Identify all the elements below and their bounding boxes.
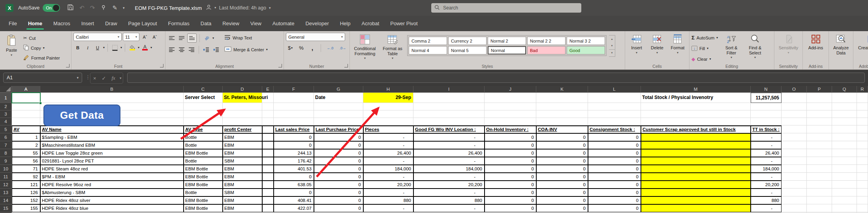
analyze-data-button[interactable]: Analyze Data (831, 33, 851, 55)
cell-M3[interactable] (641, 110, 751, 118)
cell-D5[interactable]: profit Center (223, 125, 262, 133)
column-header-B[interactable]: B (40, 86, 184, 93)
font-name-select[interactable]: Calibri ▾ (73, 33, 122, 41)
cell-O15[interactable] (782, 204, 807, 212)
cell-H7[interactable]: - (363, 141, 413, 149)
draw-icon[interactable]: ✎ (112, 4, 117, 11)
cell-P9[interactable] (807, 157, 832, 165)
column-header-E[interactable]: E (262, 86, 274, 93)
cell-F13[interactable]: 0 (274, 189, 314, 196)
cell-G6[interactable]: 0 (314, 133, 363, 141)
cell-K11[interactable]: 0 (536, 173, 588, 181)
cell-H9[interactable]: - (363, 157, 413, 165)
cell-G2[interactable] (314, 103, 363, 110)
cell-C10[interactable]: EBM Bottle (184, 165, 223, 173)
menu-tab-macros[interactable]: Macros (48, 16, 76, 31)
cell-M7[interactable] (641, 141, 751, 149)
column-header-I[interactable]: I (413, 86, 485, 93)
cell-B11[interactable]: $PM - EBM (40, 173, 184, 181)
insert-function-icon[interactable]: fx (109, 75, 118, 81)
cell-C6[interactable]: Bottle (184, 133, 223, 141)
row-header-15[interactable]: 15 (0, 204, 12, 212)
column-header-Q[interactable]: Q (832, 86, 857, 93)
cell-K10[interactable]: 0 (536, 165, 588, 173)
conditional-formatting-button[interactable]: Conditional Formatting ▾ (352, 33, 378, 60)
cell-I7[interactable]: - (413, 141, 485, 149)
cell-M15[interactable] (641, 204, 751, 212)
borders-button[interactable] (111, 43, 119, 52)
cell-C14[interactable]: EBM Bottle (184, 196, 223, 204)
menu-tab-view[interactable]: View (245, 16, 267, 31)
format-as-table-button[interactable]: Format as Table ▾ (380, 33, 405, 60)
cell-style-normal-5[interactable]: Normal 5 (448, 46, 487, 54)
cell-G1[interactable]: Date (314, 93, 363, 103)
cell-J8[interactable]: 0 (485, 149, 536, 157)
increase-indent-button[interactable] (212, 45, 220, 54)
accounting-format-button[interactable]: $ ▾ (286, 44, 295, 52)
column-header-N[interactable]: N (751, 86, 782, 93)
cell-M11[interactable] (641, 173, 751, 181)
cell-D8[interactable]: EBM (223, 149, 262, 157)
delete-cells-button[interactable]: Delete ▾ (648, 33, 667, 54)
cell-K3[interactable] (536, 110, 588, 118)
row-header-2[interactable]: 2 (0, 103, 12, 110)
cell-I4[interactable] (413, 118, 485, 125)
cell-I13[interactable]: - (413, 189, 485, 196)
cell-P3[interactable] (807, 110, 832, 118)
redo-icon[interactable]: ↷ (90, 4, 95, 11)
cell-R10[interactable] (857, 165, 868, 173)
cell-R7[interactable] (857, 141, 868, 149)
cell-R14[interactable] (857, 196, 868, 204)
column-header-J[interactable]: J (485, 86, 536, 93)
cell-Q13[interactable] (832, 189, 857, 196)
cell-F6[interactable]: 0 (274, 133, 314, 141)
cell-R3[interactable] (857, 110, 868, 118)
create-pdf-button[interactable]: Create a PDF (858, 33, 868, 50)
cell-P1[interactable] (807, 93, 832, 103)
paste-button[interactable]: Paste ▾ (2, 33, 21, 57)
cell-O1[interactable] (782, 93, 807, 103)
cell-C4[interactable] (184, 118, 223, 125)
cell-D3[interactable] (223, 110, 262, 118)
sensitivity-button[interactable]: Sensitivity ▾ (779, 33, 798, 54)
cell-R9[interactable] (857, 157, 868, 165)
cell-style-normal-2[interactable]: Normal 2 (488, 37, 526, 45)
cell-J12[interactable]: 0 (485, 181, 536, 189)
cell-O7[interactable] (782, 141, 807, 149)
row-header-1[interactable]: 1 (0, 93, 12, 103)
cell-D11[interactable]: EBM (223, 173, 262, 181)
cell-C11[interactable]: EBM Bottle (184, 173, 223, 181)
cell-F4[interactable] (274, 118, 314, 125)
chevron-down-icon[interactable]: ▾ (103, 46, 105, 49)
cell-K13[interactable]: 0 (536, 189, 588, 196)
cell-K6[interactable]: 0 (536, 133, 588, 141)
row-header-11[interactable]: 11 (0, 173, 12, 181)
cell-M5[interactable]: Customer Scrap approved but still in Sto… (641, 125, 751, 133)
cell-A13[interactable]: 126 (12, 189, 40, 196)
cell-E10[interactable] (262, 165, 274, 173)
cell-Q1[interactable] (832, 93, 857, 103)
cell-F10[interactable]: 401.53 (274, 165, 314, 173)
row-header-7[interactable]: 7 (0, 141, 12, 149)
alignment-dialog-launcher-icon[interactable] (278, 64, 282, 67)
cell-H3[interactable] (363, 110, 413, 118)
menu-tab-draw[interactable]: Draw (100, 16, 122, 31)
cell-F11[interactable]: 0 (274, 173, 314, 181)
sort-filter-button[interactable]: AZ Sort & Filter ▾ (721, 33, 742, 59)
cell-I10[interactable]: 184,000 (413, 165, 485, 173)
cell-J15[interactable]: 0 (485, 204, 536, 212)
cell-R15[interactable] (857, 204, 868, 212)
cell-N2[interactable] (751, 103, 782, 110)
menu-tab-file[interactable]: File (3, 16, 23, 31)
cell-M2[interactable] (641, 103, 751, 110)
cell-Q5[interactable] (832, 125, 857, 133)
cell-E12[interactable] (262, 181, 274, 189)
align-right-button[interactable] (187, 45, 196, 54)
orientation-button[interactable]: ab (203, 34, 211, 42)
cell-L10[interactable]: 0 (588, 165, 641, 173)
menu-tab-formulas[interactable]: Formulas (163, 16, 195, 31)
row-header-5[interactable]: 5 (0, 125, 12, 133)
cell-H14[interactable]: 880 (363, 196, 413, 204)
cell-E3[interactable] (262, 110, 274, 118)
cell-O13[interactable] (782, 189, 807, 196)
